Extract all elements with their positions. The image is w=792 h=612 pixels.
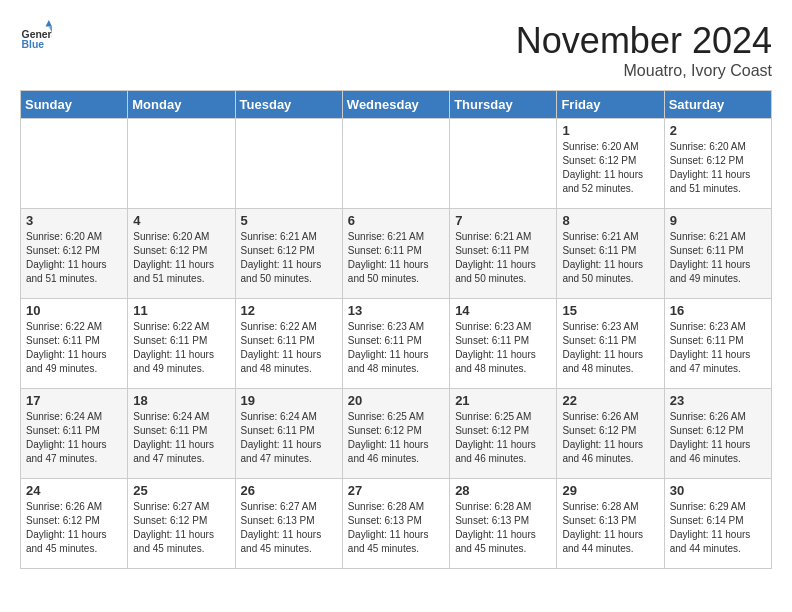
logo: General Blue [20, 20, 52, 52]
calendar-week-2: 3Sunrise: 6:20 AM Sunset: 6:12 PM Daylig… [21, 209, 772, 299]
day-info: Sunrise: 6:23 AM Sunset: 6:11 PM Dayligh… [670, 320, 766, 376]
day-number: 2 [670, 123, 766, 138]
calendar-cell: 11Sunrise: 6:22 AM Sunset: 6:11 PM Dayli… [128, 299, 235, 389]
page-header: General Blue November 2024 Mouatro, Ivor… [20, 20, 772, 80]
calendar-cell: 27Sunrise: 6:28 AM Sunset: 6:13 PM Dayli… [342, 479, 449, 569]
day-info: Sunrise: 6:26 AM Sunset: 6:12 PM Dayligh… [26, 500, 122, 556]
day-number: 3 [26, 213, 122, 228]
day-number: 24 [26, 483, 122, 498]
calendar-week-5: 24Sunrise: 6:26 AM Sunset: 6:12 PM Dayli… [21, 479, 772, 569]
calendar: SundayMondayTuesdayWednesdayThursdayFrid… [20, 90, 772, 569]
calendar-cell: 30Sunrise: 6:29 AM Sunset: 6:14 PM Dayli… [664, 479, 771, 569]
day-info: Sunrise: 6:23 AM Sunset: 6:11 PM Dayligh… [562, 320, 658, 376]
day-info: Sunrise: 6:21 AM Sunset: 6:11 PM Dayligh… [455, 230, 551, 286]
day-info: Sunrise: 6:26 AM Sunset: 6:12 PM Dayligh… [670, 410, 766, 466]
calendar-cell: 5Sunrise: 6:21 AM Sunset: 6:12 PM Daylig… [235, 209, 342, 299]
calendar-cell: 15Sunrise: 6:23 AM Sunset: 6:11 PM Dayli… [557, 299, 664, 389]
day-info: Sunrise: 6:22 AM Sunset: 6:11 PM Dayligh… [241, 320, 337, 376]
calendar-cell: 2Sunrise: 6:20 AM Sunset: 6:12 PM Daylig… [664, 119, 771, 209]
day-info: Sunrise: 6:27 AM Sunset: 6:12 PM Dayligh… [133, 500, 229, 556]
day-number: 20 [348, 393, 444, 408]
day-number: 9 [670, 213, 766, 228]
day-number: 22 [562, 393, 658, 408]
calendar-cell: 6Sunrise: 6:21 AM Sunset: 6:11 PM Daylig… [342, 209, 449, 299]
day-header-sunday: Sunday [21, 91, 128, 119]
day-number: 10 [26, 303, 122, 318]
day-info: Sunrise: 6:24 AM Sunset: 6:11 PM Dayligh… [133, 410, 229, 466]
day-info: Sunrise: 6:28 AM Sunset: 6:13 PM Dayligh… [562, 500, 658, 556]
day-number: 16 [670, 303, 766, 318]
day-number: 4 [133, 213, 229, 228]
calendar-cell: 1Sunrise: 6:20 AM Sunset: 6:12 PM Daylig… [557, 119, 664, 209]
day-number: 27 [348, 483, 444, 498]
calendar-cell [128, 119, 235, 209]
calendar-cell: 28Sunrise: 6:28 AM Sunset: 6:13 PM Dayli… [450, 479, 557, 569]
calendar-cell [235, 119, 342, 209]
day-info: Sunrise: 6:22 AM Sunset: 6:11 PM Dayligh… [133, 320, 229, 376]
calendar-week-1: 1Sunrise: 6:20 AM Sunset: 6:12 PM Daylig… [21, 119, 772, 209]
title-area: November 2024 Mouatro, Ivory Coast [516, 20, 772, 80]
day-header-friday: Friday [557, 91, 664, 119]
logo-icon: General Blue [20, 20, 52, 52]
calendar-cell: 19Sunrise: 6:24 AM Sunset: 6:11 PM Dayli… [235, 389, 342, 479]
svg-text:Blue: Blue [22, 39, 45, 50]
calendar-cell [342, 119, 449, 209]
day-info: Sunrise: 6:21 AM Sunset: 6:12 PM Dayligh… [241, 230, 337, 286]
day-number: 15 [562, 303, 658, 318]
day-info: Sunrise: 6:20 AM Sunset: 6:12 PM Dayligh… [133, 230, 229, 286]
calendar-week-4: 17Sunrise: 6:24 AM Sunset: 6:11 PM Dayli… [21, 389, 772, 479]
calendar-cell: 12Sunrise: 6:22 AM Sunset: 6:11 PM Dayli… [235, 299, 342, 389]
day-number: 13 [348, 303, 444, 318]
day-number: 23 [670, 393, 766, 408]
day-number: 12 [241, 303, 337, 318]
calendar-cell: 10Sunrise: 6:22 AM Sunset: 6:11 PM Dayli… [21, 299, 128, 389]
calendar-cell: 4Sunrise: 6:20 AM Sunset: 6:12 PM Daylig… [128, 209, 235, 299]
day-number: 8 [562, 213, 658, 228]
calendar-cell: 25Sunrise: 6:27 AM Sunset: 6:12 PM Dayli… [128, 479, 235, 569]
day-info: Sunrise: 6:21 AM Sunset: 6:11 PM Dayligh… [670, 230, 766, 286]
day-number: 26 [241, 483, 337, 498]
day-info: Sunrise: 6:25 AM Sunset: 6:12 PM Dayligh… [455, 410, 551, 466]
day-info: Sunrise: 6:22 AM Sunset: 6:11 PM Dayligh… [26, 320, 122, 376]
calendar-cell: 29Sunrise: 6:28 AM Sunset: 6:13 PM Dayli… [557, 479, 664, 569]
day-info: Sunrise: 6:24 AM Sunset: 6:11 PM Dayligh… [241, 410, 337, 466]
calendar-cell: 16Sunrise: 6:23 AM Sunset: 6:11 PM Dayli… [664, 299, 771, 389]
day-info: Sunrise: 6:28 AM Sunset: 6:13 PM Dayligh… [455, 500, 551, 556]
day-number: 30 [670, 483, 766, 498]
svg-text:General: General [22, 29, 52, 40]
calendar-header-row: SundayMondayTuesdayWednesdayThursdayFrid… [21, 91, 772, 119]
calendar-cell: 13Sunrise: 6:23 AM Sunset: 6:11 PM Dayli… [342, 299, 449, 389]
day-info: Sunrise: 6:21 AM Sunset: 6:11 PM Dayligh… [562, 230, 658, 286]
day-header-thursday: Thursday [450, 91, 557, 119]
calendar-cell: 3Sunrise: 6:20 AM Sunset: 6:12 PM Daylig… [21, 209, 128, 299]
calendar-cell: 17Sunrise: 6:24 AM Sunset: 6:11 PM Dayli… [21, 389, 128, 479]
day-header-tuesday: Tuesday [235, 91, 342, 119]
day-info: Sunrise: 6:27 AM Sunset: 6:13 PM Dayligh… [241, 500, 337, 556]
day-number: 19 [241, 393, 337, 408]
day-info: Sunrise: 6:20 AM Sunset: 6:12 PM Dayligh… [562, 140, 658, 196]
calendar-cell: 23Sunrise: 6:26 AM Sunset: 6:12 PM Dayli… [664, 389, 771, 479]
day-number: 18 [133, 393, 229, 408]
calendar-cell: 7Sunrise: 6:21 AM Sunset: 6:11 PM Daylig… [450, 209, 557, 299]
day-info: Sunrise: 6:23 AM Sunset: 6:11 PM Dayligh… [348, 320, 444, 376]
day-info: Sunrise: 6:24 AM Sunset: 6:11 PM Dayligh… [26, 410, 122, 466]
calendar-cell: 26Sunrise: 6:27 AM Sunset: 6:13 PM Dayli… [235, 479, 342, 569]
day-info: Sunrise: 6:21 AM Sunset: 6:11 PM Dayligh… [348, 230, 444, 286]
calendar-week-3: 10Sunrise: 6:22 AM Sunset: 6:11 PM Dayli… [21, 299, 772, 389]
day-header-wednesday: Wednesday [342, 91, 449, 119]
calendar-cell: 9Sunrise: 6:21 AM Sunset: 6:11 PM Daylig… [664, 209, 771, 299]
day-number: 17 [26, 393, 122, 408]
day-number: 7 [455, 213, 551, 228]
day-number: 29 [562, 483, 658, 498]
calendar-cell [450, 119, 557, 209]
svg-marker-2 [46, 20, 52, 26]
day-info: Sunrise: 6:23 AM Sunset: 6:11 PM Dayligh… [455, 320, 551, 376]
day-info: Sunrise: 6:25 AM Sunset: 6:12 PM Dayligh… [348, 410, 444, 466]
calendar-cell: 18Sunrise: 6:24 AM Sunset: 6:11 PM Dayli… [128, 389, 235, 479]
calendar-cell: 21Sunrise: 6:25 AM Sunset: 6:12 PM Dayli… [450, 389, 557, 479]
calendar-cell [21, 119, 128, 209]
day-number: 14 [455, 303, 551, 318]
calendar-cell: 8Sunrise: 6:21 AM Sunset: 6:11 PM Daylig… [557, 209, 664, 299]
calendar-cell: 22Sunrise: 6:26 AM Sunset: 6:12 PM Dayli… [557, 389, 664, 479]
day-number: 25 [133, 483, 229, 498]
